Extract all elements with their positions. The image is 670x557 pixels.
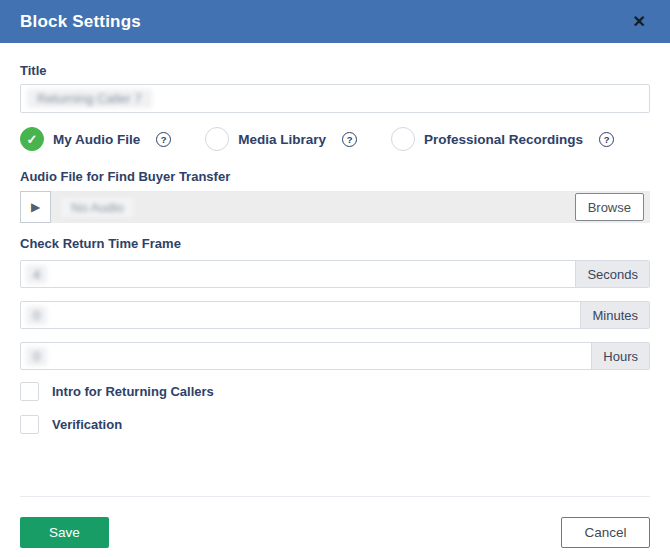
audio-file-label: Audio File for Find Buyer Transfer — [20, 169, 650, 184]
browse-button[interactable]: Browse — [575, 193, 644, 221]
check-icon: ✓ — [27, 133, 38, 146]
hours-unit-addon: Hours — [591, 343, 649, 369]
audio-status-text: No Audio — [61, 198, 134, 217]
checkbox-intro-returning-callers[interactable]: Intro for Returning Callers — [20, 382, 650, 401]
help-icon[interactable]: ? — [342, 132, 357, 147]
time-frame-label: Check Return Time Frame — [20, 236, 650, 251]
checkbox-unchecked-icon — [20, 415, 39, 434]
title-label: Title — [20, 63, 650, 78]
audio-status: No Audio — [61, 198, 134, 216]
hours-field-row: 0 Hours — [20, 342, 650, 370]
checkbox-unchecked-icon — [20, 382, 39, 401]
save-button[interactable]: Save — [20, 517, 109, 548]
radio-label: Professional Recordings — [424, 132, 583, 147]
radio-label: Media Library — [238, 132, 326, 147]
seconds-field-row: 4 Seconds — [20, 260, 650, 288]
radio-unselected-icon — [391, 127, 415, 151]
hours-input[interactable]: 0 — [21, 343, 591, 369]
play-button[interactable]: ▶ — [20, 191, 51, 223]
title-input[interactable]: Returning Caller 7 — [20, 84, 650, 113]
minutes-field-row: 0 Minutes — [20, 301, 650, 329]
radio-media-library[interactable]: Media Library ? — [205, 127, 357, 151]
cancel-button[interactable]: Cancel — [561, 517, 650, 548]
minutes-unit-addon: Minutes — [580, 302, 649, 328]
help-icon[interactable]: ? — [156, 132, 171, 147]
seconds-unit-addon: Seconds — [575, 261, 649, 287]
footer-divider — [20, 496, 650, 497]
radio-selected-icon: ✓ — [20, 127, 44, 151]
modal-title: Block Settings — [20, 12, 141, 32]
seconds-value: 4 — [26, 265, 47, 284]
audio-player-bar: ▶ No Audio Browse — [20, 191, 650, 223]
checkbox-label: Verification — [52, 417, 122, 432]
modal-footer: Save Cancel — [0, 434, 670, 557]
play-icon: ▶ — [31, 201, 40, 213]
modal-header: Block Settings ✕ — [0, 0, 670, 43]
seconds-input[interactable]: 4 — [21, 261, 575, 287]
audio-source-radio-group: ✓ My Audio File ? Media Library ? Profes… — [20, 126, 650, 152]
block-settings-modal: Block Settings ✕ Title Returning Caller … — [0, 0, 670, 557]
checkbox-label: Intro for Returning Callers — [52, 384, 214, 399]
minutes-input[interactable]: 0 — [21, 302, 580, 328]
minutes-value: 0 — [26, 306, 47, 325]
radio-professional-recordings[interactable]: Professional Recordings ? — [391, 127, 614, 151]
modal-body: Title Returning Caller 7 ✓ My Audio File… — [0, 43, 670, 434]
hours-value: 0 — [26, 347, 47, 366]
radio-my-audio-file[interactable]: ✓ My Audio File ? — [20, 127, 171, 151]
checkbox-verification[interactable]: Verification — [20, 415, 650, 434]
help-icon[interactable]: ? — [599, 132, 614, 147]
title-input-value: Returning Caller 7 — [27, 89, 152, 108]
radio-label: My Audio File — [53, 132, 140, 147]
radio-unselected-icon — [205, 127, 229, 151]
close-icon[interactable]: ✕ — [629, 12, 650, 32]
